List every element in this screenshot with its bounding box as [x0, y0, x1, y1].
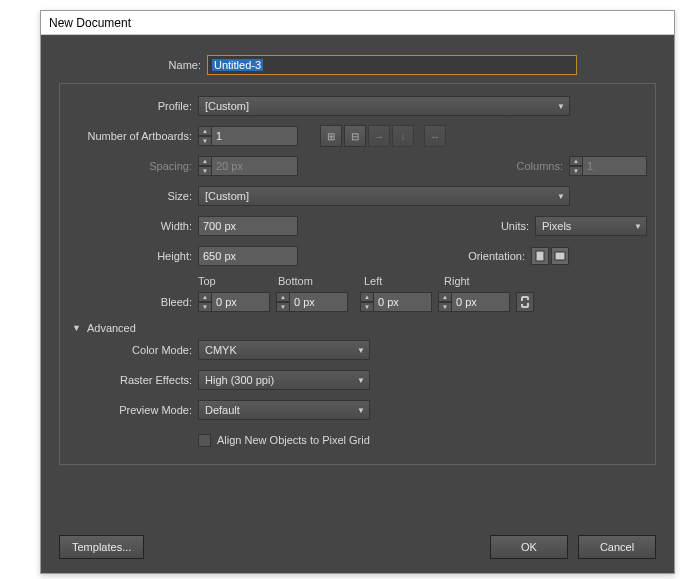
grid-by-row-icon[interactable]: ⊞	[320, 125, 342, 147]
cancel-button[interactable]: Cancel	[578, 535, 656, 559]
chevron-down-icon: ▼	[357, 376, 365, 385]
svg-rect-0	[536, 251, 544, 261]
size-select[interactable]: [Custom]▼	[198, 186, 570, 206]
svg-rect-1	[555, 252, 565, 260]
disclosure-triangle-icon: ▼	[72, 323, 81, 333]
bleed-label: Bleed:	[68, 296, 198, 308]
size-label: Size:	[68, 190, 198, 202]
advanced-label: Advanced	[87, 322, 136, 334]
bleed-left-spinner[interactable]: ▲▼ 0 px	[360, 292, 432, 312]
artboards-label: Number of Artboards:	[68, 130, 198, 142]
height-label: Height:	[68, 250, 198, 262]
change-order-icon[interactable]: ↔	[424, 125, 446, 147]
chevron-down-icon: ▼	[357, 406, 365, 415]
orientation-landscape-icon[interactable]	[551, 247, 569, 265]
align-checkbox[interactable]	[198, 434, 211, 447]
advanced-toggle[interactable]: ▼ Advanced	[72, 320, 647, 336]
bleed-bottom-label: Bottom	[278, 275, 358, 289]
templates-button[interactable]: Templates...	[59, 535, 144, 559]
row-rtl-icon[interactable]: ↓	[392, 125, 414, 147]
profile-select[interactable]: [Custom]▼	[198, 96, 570, 116]
main-fieldset: Profile: [Custom]▼ Number of Artboards: …	[59, 83, 656, 465]
dialog-footer: Templates... OK Cancel	[59, 535, 656, 559]
name-input[interactable]: Untitled-3	[207, 55, 577, 75]
artboards-spinner[interactable]: ▲▼ 1	[198, 126, 298, 146]
raster-select[interactable]: High (300 ppi)▼	[198, 370, 370, 390]
bleed-top-spinner[interactable]: ▲▼ 0 px	[198, 292, 270, 312]
width-input[interactable]: 700 px	[198, 216, 298, 236]
width-label: Width:	[68, 220, 198, 232]
bleed-right-spinner[interactable]: ▲▼ 0 px	[438, 292, 510, 312]
profile-label: Profile:	[68, 100, 198, 112]
link-bleed-icon[interactable]	[516, 292, 534, 312]
align-label: Align New Objects to Pixel Grid	[217, 434, 370, 446]
row-ltr-icon[interactable]: →	[368, 125, 390, 147]
bleed-bottom-spinner[interactable]: ▲▼ 0 px	[276, 292, 348, 312]
ok-button[interactable]: OK	[490, 535, 568, 559]
color-mode-label: Color Mode:	[68, 344, 198, 356]
units-label: Units:	[487, 220, 535, 232]
columns-spinner[interactable]: ▲▼ 1	[569, 156, 647, 176]
height-input[interactable]: 650 px	[198, 246, 298, 266]
dialog-content: Name: Untitled-3 Profile: [Custom]▼ Numb…	[41, 35, 674, 573]
bleed-top-label: Top	[198, 275, 278, 289]
chevron-down-icon: ▼	[357, 346, 365, 355]
bleed-right-label: Right	[444, 275, 524, 289]
new-document-dialog: New Document Name: Untitled-3 Profile: […	[40, 10, 675, 574]
name-label: Name:	[59, 59, 207, 71]
orientation-label: Orientation:	[453, 250, 531, 262]
color-mode-select[interactable]: CMYK▼	[198, 340, 370, 360]
orientation-portrait-icon[interactable]	[531, 247, 549, 265]
preview-label: Preview Mode:	[68, 404, 198, 416]
units-select[interactable]: Pixels▼	[535, 216, 647, 236]
dialog-title: New Document	[41, 11, 674, 35]
chevron-down-icon: ▼	[634, 222, 642, 231]
grid-by-column-icon[interactable]: ⊟	[344, 125, 366, 147]
chevron-down-icon: ▼	[557, 102, 565, 111]
columns-label: Columns:	[509, 160, 569, 172]
chevron-down-icon: ▼	[557, 192, 565, 201]
raster-label: Raster Effects:	[68, 374, 198, 386]
spacing-label: Spacing:	[68, 160, 198, 172]
preview-select[interactable]: Default▼	[198, 400, 370, 420]
bleed-left-label: Left	[364, 275, 444, 289]
spacing-spinner[interactable]: ▲▼ 20 px	[198, 156, 298, 176]
